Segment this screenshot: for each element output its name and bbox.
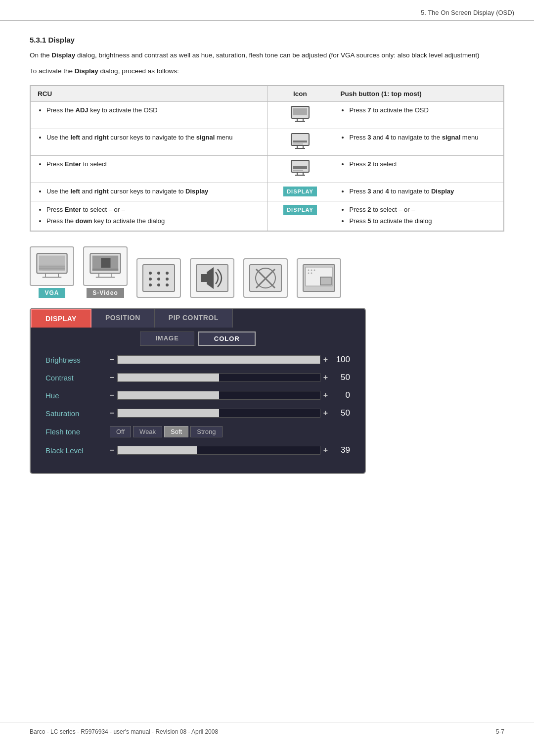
- svg-rect-7: [293, 143, 303, 144]
- brightness-plus[interactable]: +: [323, 355, 328, 364]
- flesh-btn-weak[interactable]: Weak: [133, 426, 162, 437]
- col-btn-header: Push button (1: top most): [333, 86, 504, 102]
- contrast-label: Contrast: [45, 374, 110, 382]
- svg-point-44: [166, 284, 169, 286]
- osd-tab-display[interactable]: DISPLAY: [31, 309, 91, 328]
- hue-slider-area: − +: [110, 391, 328, 400]
- audio-icon: [190, 258, 234, 298]
- saturation-plus[interactable]: +: [323, 409, 328, 418]
- vga-monitor-svg: [35, 251, 69, 281]
- rcu-cell: Use the left and right cursor keys to na…: [31, 129, 267, 156]
- svg-point-42: [149, 284, 152, 286]
- pip-icon: [297, 258, 341, 298]
- contrast-bar[interactable]: [117, 373, 320, 382]
- svg-rect-12: [293, 166, 307, 169]
- saturation-bar[interactable]: [117, 409, 320, 418]
- btn-cell: Press 7 to activate the OSD: [333, 102, 504, 129]
- section-title: 5.3.1 Display: [30, 36, 504, 44]
- footer-right: 5-7: [496, 728, 504, 735]
- osd-subtab-image[interactable]: IMAGE: [140, 331, 194, 346]
- osd-subtabs: IMAGE COLOR: [31, 331, 365, 346]
- chapter-title: 5. The On Screen Display (OSD): [421, 9, 514, 16]
- display-label-icon: DISPLAY: [283, 187, 317, 197]
- flesh-btn-off[interactable]: Off: [110, 426, 131, 437]
- brightness-minus[interactable]: −: [110, 355, 114, 364]
- flesh-tone-buttons: Off Weak Soft Strong: [110, 426, 350, 437]
- monitor-icon: [290, 105, 310, 122]
- grid-svg: [141, 263, 176, 293]
- svideo-group: S-Video: [83, 246, 128, 298]
- svg-point-40: [157, 278, 160, 281]
- contrast-plus[interactable]: +: [323, 373, 328, 382]
- black-level-label: Black Level: [45, 446, 110, 455]
- hue-bar[interactable]: [117, 391, 320, 400]
- black-level-bar[interactable]: [117, 446, 320, 455]
- hue-minus[interactable]: −: [110, 391, 114, 400]
- icon-row: VGA S-Video: [30, 246, 504, 298]
- svg-point-55: [308, 270, 310, 271]
- contrast-row: Contrast − + 50: [45, 373, 350, 382]
- col-rcu-header: RCU: [31, 86, 267, 102]
- osd-tab-position[interactable]: POSITION: [91, 309, 155, 328]
- btn-cell: Press 3 and 4 to navigate to the signal …: [333, 129, 504, 156]
- flesh-btn-strong[interactable]: Strong: [190, 426, 222, 437]
- icon-cell: [267, 129, 333, 156]
- table-row: Press Enter to select – or – Press the d…: [31, 201, 504, 231]
- table-row: Use the left and right cursor keys to na…: [31, 129, 504, 156]
- flesh-btn-soft[interactable]: Soft: [164, 426, 188, 437]
- section-para2: To activate the Display dialog, proceed …: [30, 66, 504, 77]
- black-level-row: Black Level − + 39: [45, 445, 350, 455]
- pip-svg: [302, 263, 336, 293]
- table-row: Use the left and right cursor keys to na…: [31, 183, 504, 201]
- svg-rect-6: [293, 141, 307, 142]
- footer-left: Barco - LC series - R5976934 - user's ma…: [30, 728, 218, 735]
- svg-point-43: [157, 284, 160, 286]
- osd-tab-pip[interactable]: PIP CONTROL: [155, 309, 233, 328]
- black-level-plus[interactable]: +: [323, 446, 328, 455]
- icon-cell: DISPLAY: [267, 201, 333, 231]
- btn-cell: Press 2 to select: [333, 156, 504, 183]
- svg-rect-33: [101, 258, 110, 268]
- svg-point-57: [314, 270, 315, 271]
- saturation-minus[interactable]: −: [110, 409, 114, 418]
- rcu-cell: Use the left and right cursor keys to na…: [31, 183, 267, 201]
- svg-point-59: [311, 273, 312, 274]
- saturation-label: Saturation: [45, 409, 110, 418]
- cross-svg: [248, 263, 283, 293]
- svg-point-56: [311, 270, 312, 271]
- svg-point-58: [308, 273, 310, 274]
- flesh-tone-row: Flesh tone Off Weak Soft Strong: [45, 426, 350, 437]
- vga-icon: [30, 246, 74, 286]
- contrast-minus[interactable]: −: [110, 373, 114, 382]
- saturation-slider-area: − +: [110, 409, 328, 418]
- rcu-cell: Press Enter to select – or – Press the d…: [31, 201, 267, 231]
- flesh-tone-label: Flesh tone: [45, 427, 110, 436]
- osd-subtab-color[interactable]: COLOR: [198, 331, 256, 346]
- vga-group: VGA: [30, 246, 74, 298]
- btn-cell: Press 3 and 4 to navigate to Display: [333, 183, 504, 201]
- svg-point-41: [166, 278, 169, 281]
- brightness-value: 100: [328, 355, 350, 365]
- svg-point-39: [149, 278, 152, 281]
- svideo-label: S-Video: [87, 288, 124, 298]
- monitor-signal-icon: [290, 133, 310, 149]
- svideo-icon: [83, 246, 128, 286]
- vga-label: VGA: [39, 288, 65, 298]
- page-footer: Barco - LC series - R5976934 - user's ma…: [0, 722, 534, 741]
- hue-label: Hue: [45, 391, 110, 400]
- btn-cell: Press 2 to select – or – Press 5 to acti…: [333, 201, 504, 231]
- svg-rect-1: [293, 108, 307, 115]
- brightness-slider-area: − +: [110, 355, 328, 364]
- table-row: Press Enter to select: [31, 156, 504, 183]
- hue-plus[interactable]: +: [323, 391, 328, 400]
- brightness-bar[interactable]: [117, 355, 320, 364]
- table-row: Press the ADJ key to activate the OSD: [31, 102, 504, 129]
- brightness-row: Brightness − + 100: [45, 355, 350, 365]
- osd-tabs: DISPLAY POSITION PIP CONTROL: [31, 309, 365, 328]
- hue-value: 0: [328, 390, 350, 400]
- icon-cell: [267, 102, 333, 129]
- svg-rect-13: [293, 170, 303, 171]
- black-level-minus[interactable]: −: [110, 446, 114, 455]
- svideo-monitor-svg: [88, 251, 123, 281]
- audio-svg: [195, 263, 229, 293]
